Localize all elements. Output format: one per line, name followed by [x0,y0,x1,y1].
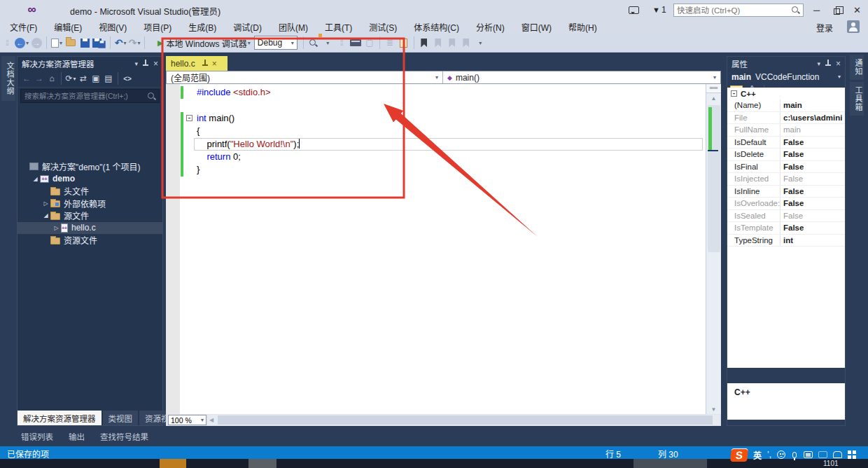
menu-item[interactable]: 项目(P) [135,20,180,34]
property-value[interactable]: main [780,124,801,136]
quick-launch-input[interactable] [674,6,791,15]
navigate-back-button[interactable]: ←▾ [15,35,29,50]
code-line[interactable]: return 0; [166,151,706,163]
menu-item[interactable]: 体系结构(C) [405,20,468,34]
tree-item[interactable]: 资源文件 [18,234,162,247]
undo-button[interactable]: ↶▾ [114,35,127,50]
tool-window-tab[interactable]: 输出 [66,429,88,443]
taskbar-app[interactable] [248,459,276,468]
property-row[interactable]: IsTemplate False [727,222,845,235]
feedback-button[interactable] [629,0,639,20]
user-avatar-icon[interactable] [847,20,860,33]
pin-icon[interactable] [202,60,208,67]
expand-arrow-icon[interactable]: ▷ [52,225,61,231]
property-row[interactable]: FullName main [727,124,845,137]
window-position-icon[interactable]: ▾ [134,60,138,67]
ime-language-toggle[interactable]: 英 [753,449,762,461]
code-line[interactable]: printf("Hello World!\n"); [166,138,706,151]
tree-item[interactable]: ▷ hello.c [18,222,162,235]
vertical-tab[interactable]: 工具箱 [850,82,864,116]
pin-icon[interactable] [143,60,148,67]
menu-item[interactable]: 帮助(H) [560,20,606,34]
toggle-bookmark-button[interactable] [418,35,430,50]
ime-punctuation-toggle[interactable]: ’, [767,450,771,460]
toolbar-options-button[interactable]: ▾ [321,35,334,50]
collapse-icon[interactable]: - [731,90,737,97]
close-button[interactable]: ✕ [847,1,867,19]
se-refresh-button[interactable]: ⇄ [78,71,89,86]
close-icon[interactable]: × [836,59,841,69]
scroll-up-icon[interactable]: ▲ [706,95,721,102]
split-handle[interactable]: ══ [706,84,721,93]
solution-search-input[interactable] [21,92,147,100]
property-value[interactable]: False [780,198,804,209]
property-value[interactable]: c:\users\admini [780,112,842,124]
tree-item[interactable]: ◢ demo [18,173,162,186]
code-line[interactable]: - int main() [166,112,706,125]
scope-dropdown[interactable]: (全局范围) ▾ [167,71,443,83]
property-row[interactable]: IsSealed False [727,210,845,223]
property-row[interactable]: File c:\users\admini [727,112,845,125]
new-file-button[interactable]: ▾ [50,35,63,50]
se-collapse-all-button[interactable]: ▣ [90,71,102,86]
property-value[interactable]: False [780,222,804,234]
se-view-code-button[interactable]: <> [122,71,133,86]
document-outline-vertical-tab[interactable]: 文档大纲 [1,56,15,101]
property-value[interactable]: False [780,173,803,185]
se-sync-button[interactable]: ⟳▾ [65,71,76,86]
tree-item[interactable]: 头文件 [18,185,162,198]
toolbar-grip-2[interactable]: ⁞⁞ [335,35,348,50]
tree-item[interactable]: ◢ 源文件 [18,209,162,222]
handwriting-icon[interactable] [818,451,827,458]
property-value[interactable]: False [780,186,804,198]
menu-item[interactable]: 团队(M) [270,20,316,34]
window-position-icon[interactable]: ▾ [817,60,820,67]
close-icon[interactable]: × [212,59,217,69]
menu-item[interactable]: 文件(F) [1,20,46,34]
menu-item[interactable]: 视图(V) [90,20,135,34]
intellitrace-button[interactable] [349,35,362,50]
redo-button[interactable]: ↷▾ [128,35,141,50]
tool-window-tab[interactable]: 错误列表 [18,429,56,443]
emoji-icon[interactable] [777,450,785,459]
solution-configuration-combo[interactable]: Debug ▾ [254,36,298,50]
horizontal-scrollbar[interactable]: ◀ [208,415,720,425]
start-debug-button[interactable]: ▶ 本地 Windows 调试器 ▾ [158,35,251,50]
selected-object-combo[interactable]: main VCCodeFunction ▾ [727,70,845,83]
document-tab-hello-c[interactable]: hello.c × [166,56,227,71]
property-value[interactable]: False [780,161,804,173]
property-value[interactable]: main [780,99,802,111]
toolbar-overflow-button[interactable]: ▾ [474,35,486,50]
quick-launch-box[interactable] [673,4,804,17]
find-in-files-button[interactable] [307,35,320,50]
dock-tab[interactable]: 解决方案资源管理器 [18,411,102,425]
member-dropdown[interactable]: ◆ main() ▾ [443,71,720,83]
pin-icon[interactable] [825,60,831,67]
code-line[interactable]: #include <stdio.h> [166,86,706,99]
expand-arrow-icon[interactable]: ◢ [31,176,40,182]
property-row[interactable]: (Name) main [727,99,845,112]
se-home-button[interactable]: ⌂ [46,71,57,86]
menu-item[interactable]: 编辑(E) [46,20,90,34]
skin-icon[interactable] [833,451,842,458]
save-button[interactable] [78,35,91,50]
code-editor-surface[interactable]: #include <stdio.h> - int main() { printf… [166,84,706,414]
dock-tab[interactable]: 类视图 [103,411,139,425]
restore-button[interactable] [827,1,847,19]
solution-search-box[interactable] [20,89,160,103]
property-row[interactable]: TypeString int [727,235,845,247]
property-category-row[interactable]: - C++ [727,88,845,99]
scrollbar-thumb[interactable] [218,415,713,425]
menu-item[interactable]: 工具(T) [316,20,360,34]
fold-toggle-icon[interactable]: - [186,115,192,121]
keyboard-icon[interactable] [804,451,813,458]
close-icon[interactable]: × [153,59,158,69]
minimize-button[interactable]: ─ [806,1,827,19]
property-row[interactable]: IsInjected False [727,173,845,186]
microphone-icon[interactable] [791,452,798,458]
open-file-button[interactable] [64,35,77,50]
toolbar-grip[interactable]: ⁞⁞ [1,35,13,50]
comment-button[interactable] [398,35,410,50]
scroll-left-icon[interactable]: ◀ [209,417,214,423]
properties-titlebar[interactable]: 属性 ▾ × [727,57,845,70]
